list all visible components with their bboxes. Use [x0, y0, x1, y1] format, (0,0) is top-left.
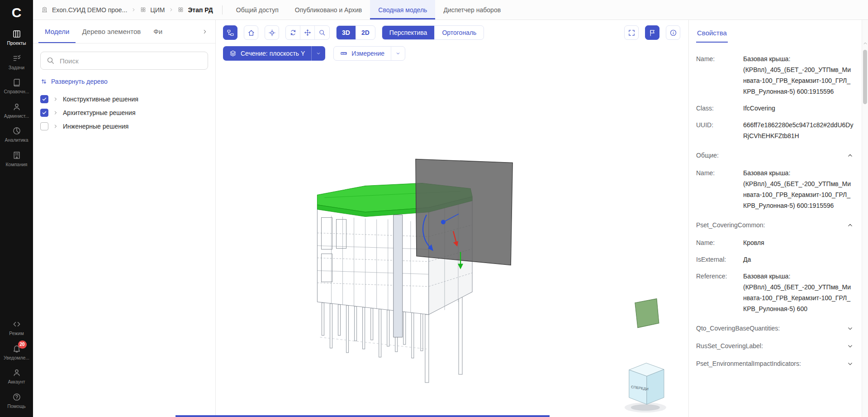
- chevron-down-icon[interactable]: [847, 360, 854, 367]
- chevron-right-icon[interactable]: [53, 110, 58, 115]
- search-container: [40, 52, 208, 70]
- property-group-general[interactable]: Общие:: [696, 152, 854, 159]
- property-value: Базовая крыша: (КРВпл)_405_(БЕТ_-200_УТП…: [743, 271, 854, 314]
- property-row-uuid: UUID: 666ff7e1862280e5c9471c82#2ddU6DyRj…: [696, 120, 854, 141]
- navigation-cube[interactable]: СПЕРЕДИ: [625, 363, 666, 412]
- checkbox-unchecked[interactable]: [40, 122, 48, 130]
- chevron-right-icon[interactable]: [53, 96, 58, 102]
- tab-element-tree[interactable]: Дерево элементов: [76, 20, 147, 43]
- home-view-button[interactable]: [244, 25, 258, 40]
- chevron-up-icon[interactable]: [847, 222, 854, 229]
- mode-3d-label: 3D: [342, 29, 350, 36]
- orthogonal-label: Ортогональ: [442, 29, 476, 36]
- measure-button[interactable]: Измерение: [333, 46, 405, 61]
- tree-item-engineering[interactable]: Инженерные решения: [37, 120, 212, 133]
- sidebar-item-notifications[interactable]: 20 Уведомле...: [0, 340, 33, 364]
- sidebar-item-label: Задачи: [9, 65, 24, 70]
- chevron-down-icon[interactable]: [847, 325, 854, 332]
- app-window: C Проекты Задачи Справочн... Админист...…: [0, 0, 868, 417]
- sidebar-item-label: Компания: [5, 162, 27, 167]
- property-group-qto-covering-base-quantities[interactable]: Qto_CoveringBaseQuantities:: [696, 325, 854, 332]
- sidebar-item-mode[interactable]: Режим: [0, 316, 33, 340]
- checkbox-checked[interactable]: [40, 109, 48, 117]
- mode-2d-label: 2D: [361, 29, 370, 36]
- tree-item-structural[interactable]: Конструктивные решения: [37, 92, 212, 106]
- chevron-up-icon[interactable]: [847, 152, 854, 159]
- fullscreen-button[interactable]: [624, 25, 639, 40]
- property-value: Кровля: [743, 237, 854, 248]
- breadcrumb-cim[interactable]: ЦИМ: [150, 6, 165, 14]
- orthogonal-button[interactable]: Ортогональ: [435, 26, 484, 39]
- zoom-button[interactable]: [315, 26, 329, 39]
- models-panel: Модели Дерево элементов Фи Развернуть де…: [33, 20, 216, 417]
- tab-set-manager[interactable]: Диспетчер наборов: [435, 0, 509, 19]
- main-column: Exon.СУИД DEMO прое... ЦИМ Этап РД Общий…: [33, 0, 868, 417]
- property-row-reference: Reference: Базовая крыша: (КРВпл)_405_(Б…: [696, 271, 854, 314]
- section-plane-dropdown[interactable]: [312, 46, 325, 61]
- section-plane-main[interactable]: Сечение: плоскость Y: [223, 46, 311, 61]
- chevron-right-icon[interactable]: [53, 124, 58, 129]
- measure-label: Измерение: [351, 50, 384, 57]
- tree-item-architectural[interactable]: Архитектурные решения: [37, 106, 212, 120]
- section-plane-preview[interactable]: [635, 299, 659, 328]
- search-icon: [46, 56, 55, 65]
- measure-dropdown[interactable]: [391, 47, 405, 60]
- topbar-tabs: Общий доступ Опубликовано и Архив Сводна…: [228, 0, 509, 19]
- mode-3d-button[interactable]: 3D: [337, 26, 356, 39]
- group-label: Pset_EnvironmentalImpactIndicators:: [696, 360, 801, 367]
- topbar-divider: [222, 5, 223, 14]
- info-button[interactable]: [666, 25, 680, 40]
- tab-shared-access[interactable]: Общий доступ: [228, 0, 287, 19]
- property-group-russet-covering-label[interactable]: RusSet_CoveringLabel:: [696, 342, 854, 350]
- model-structure-button[interactable]: [223, 25, 237, 40]
- model-tree: Конструктивные решения Архитектурные реш…: [33, 92, 215, 133]
- model-viewer[interactable]: СПЕРЕДИ 3D 2D: [216, 20, 688, 417]
- model-viewport[interactable]: СПЕРЕДИ: [216, 20, 688, 417]
- orbit-button[interactable]: [286, 26, 300, 39]
- group-label: Pset_CoveringCommon:: [696, 221, 765, 229]
- properties-scrollbar[interactable]: [862, 20, 868, 417]
- tabs-scroll-right-button[interactable]: [197, 20, 213, 43]
- person-icon: [12, 102, 21, 111]
- section-plane-button[interactable]: Сечение: плоскость Y: [223, 46, 325, 61]
- property-group-pset-environmental-impact[interactable]: Pset_EnvironmentalImpactIndicators:: [696, 360, 854, 367]
- expand-tree-button[interactable]: Развернуть дерево: [40, 78, 108, 85]
- sidebar-item-analytics[interactable]: Аналитика: [0, 122, 33, 147]
- chevron-down-icon[interactable]: [847, 343, 854, 350]
- expand-tree-label: Развернуть дерево: [51, 78, 108, 85]
- perspective-button[interactable]: Перспектива: [382, 26, 435, 39]
- tab-properties[interactable]: Свойства: [696, 29, 728, 43]
- measure-main[interactable]: Измерение: [334, 47, 391, 60]
- camera-tools-group: [285, 25, 330, 40]
- sidebar-item-help[interactable]: Помощь: [0, 388, 33, 413]
- sidebar-item-tasks[interactable]: Задачи: [0, 50, 33, 74]
- tab-models[interactable]: Модели: [38, 20, 76, 43]
- scrollbar-up-arrow[interactable]: [863, 41, 868, 46]
- focus-selection-button[interactable]: [265, 25, 279, 40]
- chevron-right-icon: [169, 7, 174, 12]
- tab-label: Сводная модель: [378, 6, 427, 14]
- property-group-pset-covering-common[interactable]: Pset_CoveringCommon:: [696, 221, 854, 229]
- flag-remarks-button[interactable]: [645, 25, 659, 40]
- pan-button[interactable]: [300, 26, 315, 39]
- sidebar-item-company[interactable]: Компания: [0, 147, 33, 171]
- sidebar-item-account[interactable]: Аккаунт: [0, 364, 33, 388]
- sidebar-item-label: Аккаунт: [8, 379, 25, 384]
- sidebar-item-administration[interactable]: Админист...: [0, 98, 33, 123]
- tab-published-archive[interactable]: Опубликовано и Архив: [287, 0, 370, 19]
- sidebar-item-projects[interactable]: Проекты: [0, 25, 33, 50]
- caret-down-icon: [395, 50, 401, 57]
- mode-2d-button[interactable]: 2D: [356, 26, 375, 39]
- tree-item-label: Инженерные решения: [63, 123, 128, 130]
- breadcrumb-project[interactable]: Exon.СУИД DEMO прое...: [52, 6, 127, 14]
- grid-icon: [178, 7, 184, 13]
- scrollbar-thumb[interactable]: [863, 50, 867, 104]
- tab-label: Опубликовано и Архив: [295, 6, 362, 14]
- tab-consolidated-model[interactable]: Сводная модель: [370, 0, 435, 19]
- sidebar-item-reference[interactable]: Справочн...: [0, 74, 33, 98]
- search-input[interactable]: [40, 52, 208, 70]
- app-logo[interactable]: C: [0, 0, 33, 25]
- person-icon: [12, 368, 21, 377]
- checkbox-checked[interactable]: [40, 95, 48, 103]
- tab-filters-truncated[interactable]: Фи: [147, 20, 169, 43]
